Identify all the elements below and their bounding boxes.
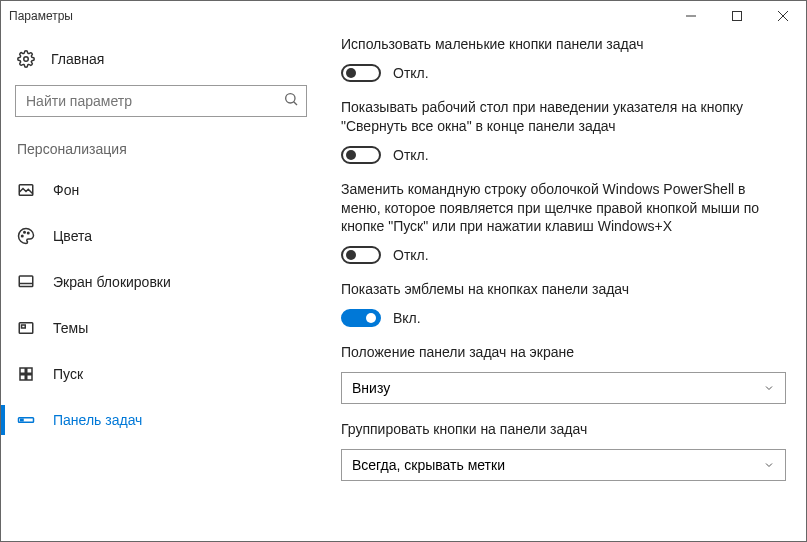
toggle-state: Откл. <box>393 247 429 263</box>
gear-icon <box>17 50 35 68</box>
toggle-show-desktop[interactable] <box>341 146 381 164</box>
svg-point-8 <box>22 235 24 237</box>
sidebar-item-label: Цвета <box>53 228 92 244</box>
taskbar-icon <box>17 411 35 429</box>
home-label: Главная <box>51 51 104 67</box>
sidebar-item-colors[interactable]: Цвета <box>1 213 321 259</box>
sidebar-item-label: Темы <box>53 320 88 336</box>
search-icon <box>283 91 299 111</box>
svg-point-5 <box>286 94 295 103</box>
svg-point-9 <box>24 232 26 234</box>
settings-window: Параметры Главная <box>0 0 807 542</box>
toggle-state: Вкл. <box>393 310 421 326</box>
toggle-badges[interactable] <box>341 309 381 327</box>
chevron-down-icon <box>763 382 775 394</box>
sidebar-item-taskbar[interactable]: Панель задач <box>1 397 321 443</box>
dropdown-value: Внизу <box>352 380 390 396</box>
palette-icon <box>17 227 35 245</box>
maximize-icon <box>732 11 742 21</box>
dropdown-grouping[interactable]: Всегда, скрывать метки <box>341 449 786 481</box>
sidebar-item-themes[interactable]: Темы <box>1 305 321 351</box>
toggle-small-buttons[interactable] <box>341 64 381 82</box>
minimize-button[interactable] <box>668 1 714 31</box>
setting-label-small-buttons: Использовать маленькие кнопки панели зад… <box>341 35 786 54</box>
setting-label-powershell: Заменить командную строку оболочкой Wind… <box>341 180 786 237</box>
start-icon <box>17 365 35 383</box>
close-icon <box>778 11 788 21</box>
section-header: Персонализация <box>1 131 321 167</box>
picture-icon <box>17 181 35 199</box>
svg-rect-11 <box>19 276 33 287</box>
svg-point-10 <box>28 232 30 234</box>
chevron-down-icon <box>763 459 775 471</box>
sidebar-item-start[interactable]: Пуск <box>1 351 321 397</box>
sidebar-item-lockscreen[interactable]: Экран блокировки <box>1 259 321 305</box>
svg-point-4 <box>24 57 29 62</box>
content-pane: Использовать маленькие кнопки панели зад… <box>321 31 806 541</box>
sidebar-item-label: Экран блокировки <box>53 274 171 290</box>
maximize-button[interactable] <box>714 1 760 31</box>
svg-rect-16 <box>27 368 32 373</box>
sidebar-item-label: Пуск <box>53 366 83 382</box>
sidebar-item-label: Панель задач <box>53 412 142 428</box>
home-nav[interactable]: Главная <box>1 39 321 79</box>
toggle-powershell[interactable] <box>341 246 381 264</box>
minimize-icon <box>686 11 696 21</box>
toggle-state: Откл. <box>393 147 429 163</box>
svg-rect-18 <box>27 375 32 380</box>
setting-label-grouping: Группировать кнопки на панели задач <box>341 420 786 439</box>
sidebar: Главная Персонализация Фон <box>1 31 321 541</box>
svg-line-6 <box>294 102 297 105</box>
svg-rect-17 <box>20 375 25 380</box>
dropdown-value: Всегда, скрывать метки <box>352 457 505 473</box>
window-title: Параметры <box>9 9 73 23</box>
sidebar-item-background[interactable]: Фон <box>1 167 321 213</box>
themes-icon <box>17 319 35 337</box>
setting-label-position: Положение панели задач на экране <box>341 343 786 362</box>
close-button[interactable] <box>760 1 806 31</box>
setting-label-show-desktop: Показывать рабочий стол при наведении ук… <box>341 98 786 136</box>
search-input[interactable] <box>15 85 307 117</box>
titlebar: Параметры <box>1 1 806 31</box>
svg-rect-20 <box>21 419 23 421</box>
toggle-state: Откл. <box>393 65 429 81</box>
sidebar-item-label: Фон <box>53 182 79 198</box>
svg-rect-15 <box>20 368 25 373</box>
dropdown-position[interactable]: Внизу <box>341 372 786 404</box>
svg-rect-1 <box>733 12 742 21</box>
lockscreen-icon <box>17 273 35 291</box>
setting-label-badges: Показать эмблемы на кнопках панели задач <box>341 280 786 299</box>
svg-rect-14 <box>22 325 26 328</box>
